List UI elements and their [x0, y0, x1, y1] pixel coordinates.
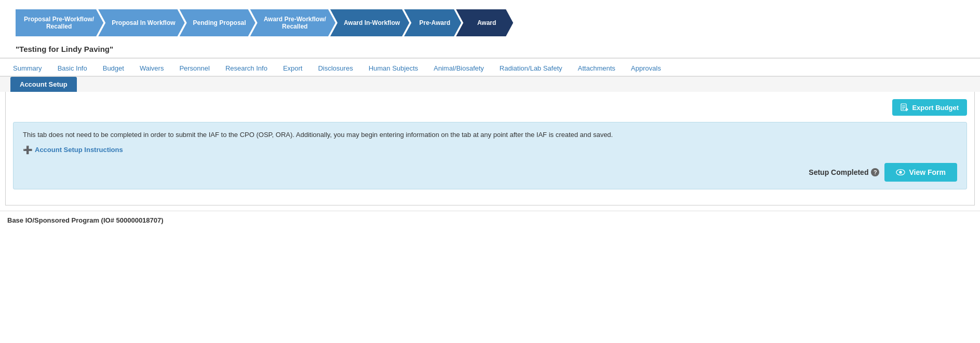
view-form-label: View Form — [909, 168, 946, 176]
help-icon[interactable]: ? — [871, 168, 879, 176]
view-form-button[interactable]: View Form — [884, 163, 957, 182]
account-setup-tab[interactable]: Account Setup — [10, 77, 77, 92]
step-pre-award[interactable]: Pre-Award — [404, 9, 461, 36]
account-setup-instructions-label: Account Setup Instructions — [35, 146, 123, 154]
info-box: This tab does not need to be completed i… — [13, 122, 967, 189]
tab-budget[interactable]: Budget — [95, 60, 132, 77]
export-budget-button[interactable]: Export Budget — [892, 99, 967, 116]
tab-navigation: SummaryBasic InfoBudgetWaiversPersonnelR… — [0, 60, 980, 77]
tab-personnel[interactable]: Personnel — [171, 60, 218, 77]
footer-line: Base IO/Sponsored Program (IO# 500000018… — [0, 211, 980, 229]
export-icon — [901, 103, 909, 112]
content-area: Export Budget This tab does not need to … — [5, 92, 975, 205]
tab-attachments[interactable]: Attachments — [570, 60, 623, 77]
step-award-pre[interactable]: Award Pre-Workflow/ Recalled — [250, 9, 335, 36]
step-proposal-pre[interactable]: Proposal Pre-Workflow/ Recalled — [16, 9, 103, 36]
step-pending[interactable]: Pending Proposal — [180, 9, 256, 36]
account-setup-instructions-link[interactable]: ➕ Account Setup Instructions — [23, 145, 123, 155]
step-proposal-in[interactable]: Proposal In Workflow — [98, 9, 184, 36]
info-text: This tab does not need to be completed i… — [23, 130, 957, 140]
tab-radiation-lab[interactable]: Radiation/Lab Safety — [492, 60, 570, 77]
tab-research-info[interactable]: Research Info — [218, 60, 275, 77]
tab-waivers[interactable]: Waivers — [132, 60, 171, 77]
workflow-bar: Proposal Pre-Workflow/ RecalledProposal … — [0, 0, 980, 42]
eye-icon — [896, 168, 905, 177]
setup-completed-label: Setup Completed ? — [809, 168, 879, 176]
export-budget-container: Export Budget — [13, 99, 967, 116]
tab-summary[interactable]: Summary — [5, 60, 50, 77]
tab-basic-info[interactable]: Basic Info — [50, 60, 95, 77]
tab-disclosures[interactable]: Disclosures — [310, 60, 360, 77]
step-award-in[interactable]: Award In-Workflow — [330, 9, 409, 36]
setup-row: Setup Completed ? View Form — [23, 160, 957, 182]
tab-approvals[interactable]: Approvals — [623, 60, 669, 77]
step-award[interactable]: Award — [456, 9, 513, 36]
export-budget-label: Export Budget — [912, 104, 959, 112]
project-title: "Testing for Lindy Paving" — [0, 42, 980, 59]
svg-point-6 — [900, 171, 902, 173]
tab-export[interactable]: Export — [275, 60, 311, 77]
plus-icon: ➕ — [23, 145, 33, 155]
tab-animal-biosafety[interactable]: Animal/Biosafety — [426, 60, 492, 77]
tab-human-subjects[interactable]: Human Subjects — [361, 60, 426, 77]
